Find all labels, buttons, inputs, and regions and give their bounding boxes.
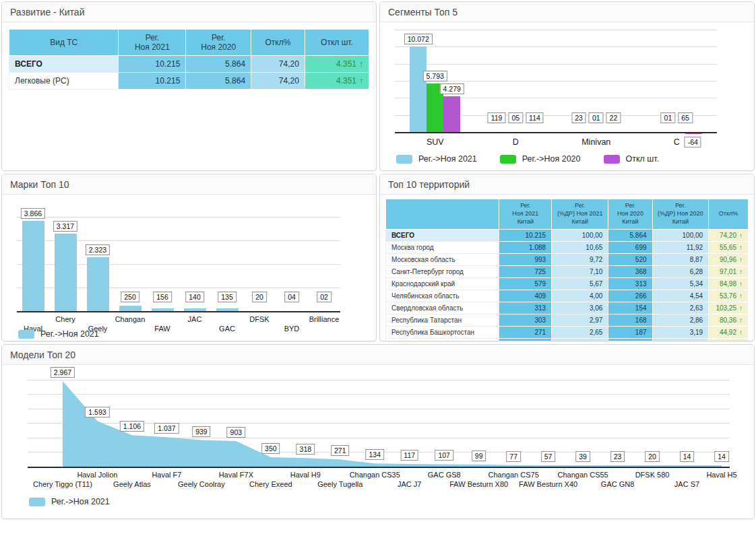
cell-value: 4.351: [336, 59, 356, 69]
table-row: ВСЕГО10.2155.86474,204.351↑: [9, 56, 369, 73]
category-label[interactable]: GAC GS8: [428, 471, 461, 479]
category-label[interactable]: FAW: [154, 325, 170, 333]
dimension-cell[interactable]: Санкт-Петербург город: [386, 266, 499, 278]
value-cell: 127,36↑: [709, 339, 749, 342]
category-label[interactable]: Geely Tugella: [317, 480, 363, 488]
up-arrow-icon: ↑: [359, 76, 363, 86]
value-label-row: 20: [252, 292, 267, 302]
category-label[interactable]: Changan CS75: [489, 471, 539, 479]
column-header[interactable]: Рег. (%ДР) Ноя 2020 Китай: [652, 199, 709, 230]
category-label[interactable]: Chery Exeed: [249, 480, 292, 488]
column-header[interactable]: Рег. Ноя 2020 Китай: [608, 199, 652, 230]
value-label: 135: [218, 292, 237, 302]
dimension-cell[interactable]: ВСЕГО: [9, 56, 119, 73]
value-cell: 7,10: [552, 266, 608, 278]
bar-segments[interactable]: [443, 96, 460, 133]
dimension-cell[interactable]: Республика Татарстан: [386, 314, 499, 327]
dimension-cell[interactable]: Нижегородская область: [386, 339, 499, 342]
value-label: 5.793: [423, 71, 447, 81]
value-cell: 5.864: [186, 56, 251, 73]
value-cell: 10.215: [119, 73, 186, 90]
cell-value: 5,67: [590, 280, 602, 288]
dimension-cell[interactable]: Челябинская область: [386, 290, 499, 302]
value-label: 2.323: [86, 244, 110, 255]
category-label[interactable]: Changan CS35: [350, 471, 400, 479]
category-label[interactable]: DFSK: [249, 315, 269, 323]
cell-value: 7,10: [590, 268, 602, 275]
table-row: Москва город1.08810,6569911,9255,65↑: [386, 242, 749, 254]
table-header: Рег. Ноя 2021 КитайРег. (%ДР) Ноя 2021 К…: [386, 199, 749, 230]
value-cell: 699: [608, 242, 652, 254]
column-header[interactable]: Откл%: [251, 30, 305, 56]
column-header[interactable]: Вид ТС: [9, 30, 119, 56]
category-label[interactable]: FAW Besturn X80: [449, 480, 508, 488]
category-label[interactable]: Geely Coolray: [178, 480, 225, 488]
value-cell: 725: [499, 266, 552, 278]
category-label[interactable]: GAC: [219, 325, 235, 333]
value-label: 903: [227, 427, 246, 438]
bar-brands[interactable]: [22, 221, 44, 312]
value-cell: 9,72: [552, 254, 608, 266]
category-label[interactable]: Geely Atlas: [113, 480, 151, 488]
category-label[interactable]: Brilliance: [309, 315, 340, 323]
category-label[interactable]: Changan CS55: [557, 471, 608, 479]
column-header[interactable]: Рег. Ноя 2020: [186, 30, 251, 56]
bar-segments[interactable]: [410, 46, 427, 133]
category-label[interactable]: D: [513, 137, 519, 147]
bar-brands[interactable]: [87, 257, 109, 312]
category-label[interactable]: JAC J7: [398, 480, 421, 488]
column-header[interactable]: Рег. Ноя 2021 Китай: [499, 199, 552, 230]
legend-item: Рег.->Ноя 2021: [29, 497, 110, 506]
dimension-cell[interactable]: ВСЕГО: [386, 230, 499, 242]
dimension-cell[interactable]: Легковые (PC): [9, 73, 119, 90]
category-label[interactable]: JAC S7: [674, 480, 699, 488]
category-label[interactable]: Haval F7: [152, 471, 181, 479]
category-label[interactable]: Haval F7X: [219, 471, 253, 479]
bar-brands[interactable]: [55, 234, 77, 312]
cell-value: 368: [635, 268, 647, 275]
category-label[interactable]: FAW Besturn X40: [519, 480, 577, 488]
legend-swatch-icon: [604, 155, 620, 164]
dimension-cell[interactable]: Республика Башкортостан: [386, 327, 499, 339]
cell-value: 241: [534, 341, 546, 341]
cell-value: 3,06: [590, 304, 602, 312]
cell-value: 8,87: [690, 256, 703, 263]
up-arrow-icon: ↑: [739, 256, 743, 263]
table-row: Свердловская область3133,061542,63103,25…: [386, 302, 749, 314]
dimension-cell[interactable]: Краснодарский край: [386, 278, 499, 290]
category-label[interactable]: C: [674, 137, 680, 147]
cell-value: 4,54: [690, 292, 703, 300]
dimension-cell[interactable]: Москва город: [386, 242, 499, 254]
cell-value: 55,65: [720, 244, 736, 251]
column-header[interactable]: Рег. Ноя 2021: [119, 30, 186, 56]
category-label[interactable]: SUV: [427, 137, 444, 147]
value-label: 114: [526, 112, 544, 123]
column-header[interactable]: [386, 199, 499, 230]
value-label: 01: [589, 112, 604, 123]
cell-value: 313: [635, 280, 647, 288]
value-cell: 74,20: [251, 73, 305, 90]
value-cell: 2,97: [552, 314, 608, 327]
category-label[interactable]: Haval H9: [290, 471, 321, 479]
dimension-cell[interactable]: Московская область: [386, 254, 499, 266]
dimension-cell[interactable]: Свердловская область: [386, 302, 499, 314]
brands-chart-container: 3.8663.3172.323250156140135200402HavalCh…: [2, 195, 376, 339]
column-header[interactable]: Рег. (%ДР) Ноя 2021 Китай: [552, 199, 608, 230]
development-table-container: Вид ТСРег. Ноя 2021Рег. Ноя 2020Откл%Отк…: [2, 29, 376, 171]
category-label[interactable]: Haval Jolion: [77, 471, 118, 479]
panel-title-territories: Топ 10 территорий: [380, 174, 754, 195]
category-label[interactable]: BYD: [284, 325, 300, 333]
category-label[interactable]: Chery Tiggo (T11): [33, 480, 92, 488]
value-cell: 97,01↑: [709, 266, 749, 278]
category-label[interactable]: Haval H5: [706, 471, 736, 479]
column-header[interactable]: Откл%: [709, 199, 749, 230]
category-label[interactable]: Changan: [115, 315, 146, 323]
category-label[interactable]: DFSK 580: [635, 471, 670, 479]
category-label[interactable]: Minivan: [581, 137, 610, 147]
category-label[interactable]: Chery: [55, 315, 75, 323]
column-header[interactable]: Откл шт.: [305, 30, 369, 56]
category-label[interactable]: GAC GN8: [601, 480, 635, 488]
category-label[interactable]: JAC: [188, 315, 202, 323]
value-label: 99: [472, 450, 486, 461]
cell-value: 100,00: [683, 232, 703, 239]
